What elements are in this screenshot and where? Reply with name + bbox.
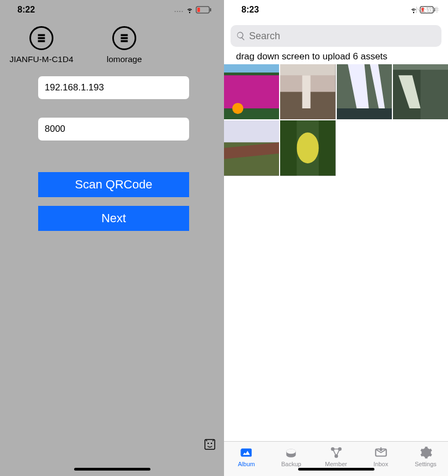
home-indicator[interactable] bbox=[298, 468, 374, 471]
photo-thumb[interactable] bbox=[224, 64, 279, 119]
tab-label: Settings bbox=[415, 461, 437, 467]
inbox-icon bbox=[374, 446, 388, 460]
svg-rect-18 bbox=[224, 64, 279, 72]
wifi-icon bbox=[186, 6, 193, 14]
album-content: drag down screen to upload 6 assets bbox=[224, 20, 448, 441]
port-input[interactable] bbox=[38, 118, 189, 141]
svg-rect-1 bbox=[210, 8, 211, 11]
server-label: JIANFU-M-C1D4 bbox=[9, 54, 73, 64]
search-bar-wrap bbox=[224, 20, 448, 50]
svg-point-39 bbox=[334, 454, 338, 458]
status-bar: 8:22 .... bbox=[0, 0, 224, 20]
server-option-jianfu[interactable]: JIANFU-M-C1D4 bbox=[8, 26, 75, 64]
tab-label: Backup bbox=[281, 461, 301, 467]
phone-album-screen: 8:23 小众软件 drag down screen to upload 6 a… bbox=[224, 0, 448, 476]
svg-rect-32 bbox=[280, 120, 296, 175]
watermark-text: 小众软件 bbox=[413, 5, 439, 15]
svg-point-31 bbox=[297, 133, 319, 164]
svg-rect-21 bbox=[302, 75, 311, 108]
tab-inbox[interactable]: Inbox bbox=[359, 442, 403, 476]
drag-hint-text: drag down screen to upload 6 assets bbox=[224, 50, 448, 64]
next-button[interactable]: Next bbox=[38, 206, 189, 231]
svg-rect-26 bbox=[420, 70, 448, 119]
photo-thumb[interactable] bbox=[224, 120, 279, 175]
status-icons: .... bbox=[174, 6, 212, 14]
photo-grid[interactable] bbox=[224, 64, 448, 176]
host-input[interactable] bbox=[38, 76, 189, 99]
tab-backup[interactable]: Backup bbox=[269, 442, 313, 476]
status-time: 8:22 bbox=[17, 5, 35, 15]
svg-point-11 bbox=[211, 443, 213, 444]
svg-rect-3 bbox=[38, 34, 45, 36]
tab-settings[interactable]: Settings bbox=[403, 442, 448, 476]
member-icon bbox=[329, 446, 343, 460]
tab-member[interactable]: Member bbox=[313, 442, 358, 476]
scan-qrcode-button[interactable]: Scan QRCode bbox=[38, 172, 189, 197]
server-label: lomorage bbox=[107, 54, 142, 64]
svg-rect-35 bbox=[240, 449, 241, 455]
svg-rect-22 bbox=[280, 64, 335, 75]
svg-rect-27 bbox=[393, 64, 448, 70]
album-icon bbox=[239, 446, 253, 460]
search-input[interactable] bbox=[249, 30, 436, 42]
svg-rect-9 bbox=[205, 440, 215, 449]
svg-rect-7 bbox=[121, 37, 128, 39]
tab-album[interactable]: Album bbox=[224, 442, 269, 476]
svg-rect-8 bbox=[121, 40, 128, 42]
cellular-dots-icon: .... bbox=[174, 6, 184, 14]
svg-point-36 bbox=[287, 449, 296, 454]
svg-rect-2 bbox=[197, 8, 200, 12]
bug-report-icon[interactable] bbox=[203, 438, 216, 451]
photo-thumb[interactable] bbox=[280, 120, 335, 175]
photo-thumb[interactable] bbox=[393, 64, 448, 119]
svg-rect-34 bbox=[241, 448, 252, 456]
photo-thumb[interactable] bbox=[280, 64, 335, 119]
battery-low-icon bbox=[196, 6, 212, 14]
svg-rect-5 bbox=[38, 40, 45, 42]
settings-icon bbox=[419, 446, 433, 460]
tab-label: Album bbox=[238, 461, 255, 467]
tab-label: Inbox bbox=[373, 461, 388, 467]
svg-point-10 bbox=[208, 443, 209, 444]
tab-bar: Album Backup Member Inbox Settings bbox=[224, 441, 448, 476]
photo-thumb[interactable] bbox=[337, 64, 392, 119]
svg-rect-24 bbox=[337, 108, 392, 119]
backup-icon bbox=[284, 446, 298, 460]
tab-label: Member bbox=[325, 461, 347, 467]
server-options: JIANFU-M-C1D4 lomorage bbox=[0, 20, 224, 64]
status-time: 8:23 bbox=[241, 5, 259, 15]
server-option-lomorage[interactable]: lomorage bbox=[90, 26, 158, 64]
svg-rect-4 bbox=[38, 37, 45, 39]
server-bars-icon bbox=[29, 26, 53, 50]
svg-rect-28 bbox=[224, 120, 279, 143]
svg-rect-33 bbox=[319, 120, 335, 175]
search-box[interactable] bbox=[231, 25, 441, 47]
search-icon bbox=[236, 31, 246, 41]
phone-setup-screen: 8:22 .... JIANFU-M-C1D4 lomorage Scan QR… bbox=[0, 0, 224, 476]
svg-rect-6 bbox=[121, 34, 128, 36]
svg-point-17 bbox=[232, 103, 243, 114]
connection-form: Scan QRCode Next bbox=[0, 64, 224, 231]
home-indicator[interactable] bbox=[74, 468, 150, 471]
server-bars-icon bbox=[112, 26, 136, 50]
svg-rect-16 bbox=[224, 75, 279, 108]
